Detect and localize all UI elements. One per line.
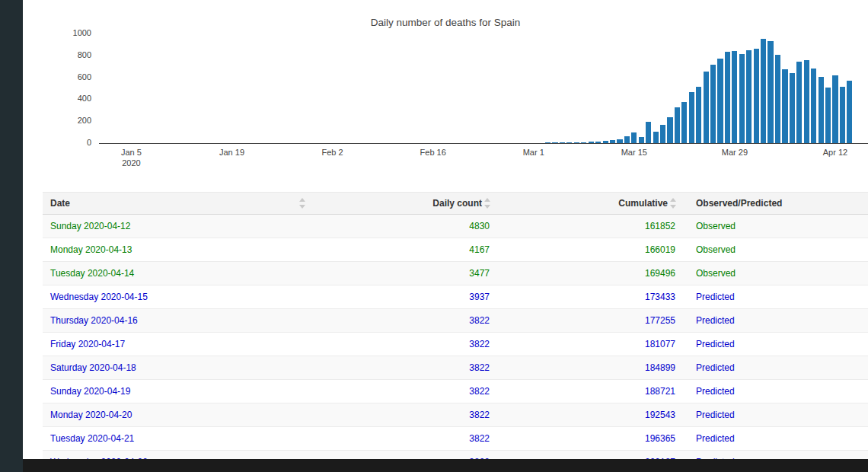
cell-daily: 3822	[312, 427, 497, 451]
cell-status: Predicted	[683, 309, 868, 333]
chart-bar	[589, 142, 594, 143]
column-header-date[interactable]: Date	[43, 193, 312, 215]
chart-bar	[804, 60, 809, 143]
cell-status: Predicted	[683, 380, 868, 403]
chart-bar	[790, 73, 795, 143]
table-row[interactable]: Wednesday 2020-04-153937173433Predicted	[43, 285, 868, 309]
forecast-table: DateDaily countCumulativeObserved/Predic…	[43, 192, 868, 472]
daily-deaths-bar-chart[interactable]: 02004006008001000Jan 52020Jan 19Feb 2Feb…	[23, 0, 868, 187]
chart-bar	[832, 75, 838, 143]
x-tick-label: Jan 52020	[107, 147, 155, 168]
y-tick-label: 600	[58, 72, 91, 81]
main-content: Daily number of deaths for Spain 0200400…	[23, 0, 868, 459]
chart-bar	[819, 77, 824, 143]
sort-arrows-icon[interactable]	[484, 197, 491, 209]
cell-daily: 4167	[312, 238, 497, 262]
chart-bar	[660, 125, 665, 143]
column-header-daily[interactable]: Daily count	[312, 193, 497, 215]
column-header-label: Daily count	[432, 198, 482, 209]
chart-bar	[746, 50, 752, 143]
chart-bar	[725, 52, 730, 143]
chart-bar	[696, 87, 701, 143]
cell-date: Thursday 2020-04-16	[43, 309, 312, 333]
cell-date: Wednesday 2020-04-15	[43, 285, 312, 309]
table-row[interactable]: Tuesday 2020-04-143477169496Observed	[43, 262, 868, 285]
chart-card: Daily number of deaths for Spain 0200400…	[23, 0, 868, 187]
cell-daily: 3822	[312, 309, 497, 333]
chart-bar	[681, 102, 687, 143]
cell-daily: 3937	[312, 285, 497, 309]
cell-daily: 3477	[312, 262, 497, 285]
column-header-cumulative[interactable]: Cumulative	[497, 193, 683, 215]
table-body: Sunday 2020-04-124830161852ObservedMonda…	[43, 215, 868, 472]
chart-bar	[646, 122, 651, 143]
chart-bar	[667, 117, 672, 143]
chart-bar	[847, 81, 852, 143]
table-header: DateDaily countCumulativeObserved/Predic…	[43, 193, 868, 215]
chart-bar	[653, 132, 659, 143]
chart-bar	[574, 142, 579, 143]
chart-bar	[566, 142, 572, 143]
table-row[interactable]: Monday 2020-04-203822192543Predicted	[43, 403, 868, 427]
chart-bar	[639, 137, 644, 143]
x-tick-label: Mar 29	[710, 147, 759, 158]
x-tick-label: Feb 2	[308, 147, 357, 158]
x-tick-label: Mar 15	[610, 147, 659, 158]
cell-date: Sunday 2020-04-19	[43, 380, 312, 403]
x-tick-label: Apr 12	[811, 147, 860, 158]
table-row[interactable]: Sunday 2020-04-193822188721Predicted	[43, 380, 868, 403]
x-axis-line	[99, 143, 868, 144]
cell-cumulative: 173433	[497, 285, 683, 309]
x-tick-label: Mar 1	[509, 147, 558, 158]
y-tick-label: 800	[58, 50, 91, 59]
cell-status: Observed	[683, 262, 868, 285]
cell-status: Predicted	[683, 356, 868, 380]
cell-daily: 3822	[312, 380, 497, 403]
cell-cumulative: 169496	[497, 262, 683, 285]
sort-arrows-icon[interactable]	[299, 197, 306, 209]
chart-bar	[825, 88, 831, 143]
chart-bar	[717, 59, 723, 143]
chart-bar	[610, 140, 615, 143]
cell-cumulative: 192543	[497, 403, 683, 427]
chart-bar	[581, 142, 586, 143]
table-row[interactable]: Sunday 2020-04-124830161852Observed	[43, 215, 868, 238]
chart-bar	[631, 132, 637, 143]
chart-bar	[552, 142, 557, 143]
sort-arrows-icon[interactable]	[670, 197, 677, 209]
bottom-bar	[23, 459, 868, 472]
cell-date: Monday 2020-04-20	[43, 403, 312, 427]
table-row[interactable]: Tuesday 2020-04-213822196365Predicted	[43, 427, 868, 451]
cell-cumulative: 196365	[497, 427, 683, 451]
table-row[interactable]: Thursday 2020-04-163822177255Predicted	[43, 309, 868, 333]
forecast-table-wrap: DateDaily countCumulativeObserved/Predic…	[43, 192, 862, 472]
cell-date: Tuesday 2020-04-21	[43, 427, 312, 451]
chart-bar	[811, 69, 816, 143]
chart-bar	[782, 69, 787, 143]
column-header-label: Date	[50, 198, 70, 209]
collapsed-sidebar	[0, 0, 23, 472]
chart-bar	[595, 142, 601, 143]
chart-bar	[754, 49, 759, 143]
table-row[interactable]: Saturday 2020-04-183822184899Predicted	[43, 356, 868, 380]
cell-daily: 3822	[312, 356, 497, 380]
table-row[interactable]: Friday 2020-04-173822181077Predicted	[43, 333, 868, 356]
chart-bar	[689, 92, 694, 143]
cell-date: Tuesday 2020-04-14	[43, 262, 312, 285]
chart-bar	[624, 136, 630, 143]
chart-bar	[775, 55, 780, 143]
cell-date: Sunday 2020-04-12	[43, 215, 312, 238]
cell-cumulative: 166019	[497, 238, 683, 262]
column-header-label: Cumulative	[618, 198, 668, 209]
table-row[interactable]: Monday 2020-04-134167166019Observed	[43, 238, 868, 262]
chart-bar	[704, 72, 709, 143]
chart-bar	[739, 54, 745, 143]
chart-bar	[732, 51, 737, 143]
cell-status: Predicted	[683, 285, 868, 309]
column-header-status[interactable]: Observed/Predicted	[683, 193, 868, 215]
y-tick-label: 1000	[58, 28, 91, 37]
cell-status: Observed	[683, 215, 868, 238]
cell-date: Friday 2020-04-17	[43, 333, 312, 356]
chart-bar	[710, 65, 716, 143]
table-header-row: DateDaily countCumulativeObserved/Predic…	[43, 193, 868, 215]
